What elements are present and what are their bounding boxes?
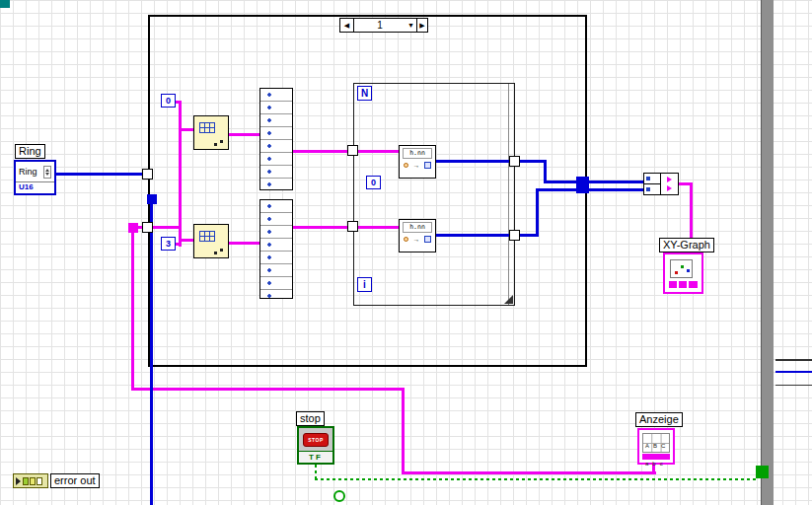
xy-graph-label[interactable]: XY-Graph <box>659 238 714 252</box>
number-dot-icon <box>404 163 408 168</box>
index-array-expanded-node[interactable] <box>259 88 293 190</box>
pink-wire-segment[interactable] <box>181 239 193 242</box>
pink-wire-segment[interactable] <box>131 388 405 391</box>
xy-graph-terminal[interactable] <box>663 252 703 294</box>
format-number-node[interactable]: h.nn → <box>399 219 436 252</box>
boolean-wire-segment[interactable] <box>315 478 759 480</box>
pink-wire-segment[interactable] <box>402 388 405 474</box>
error-out-terminal[interactable] <box>13 473 48 488</box>
tunnel[interactable] <box>142 222 153 233</box>
blue-wire-segment[interactable] <box>150 203 153 505</box>
array-square-icon <box>424 236 431 243</box>
tunnel[interactable] <box>509 230 520 241</box>
blue-wire-segment[interactable] <box>56 173 143 176</box>
pink-wire-segment[interactable] <box>181 128 193 131</box>
numeric-constant[interactable]: 3 <box>161 237 176 251</box>
string-type-strip <box>642 454 670 460</box>
offscreen-wire-fragment <box>775 371 812 373</box>
stop-button-icon: STOP <box>303 433 329 447</box>
blue-wire-segment[interactable] <box>436 234 509 237</box>
arrow-right-icon: → <box>413 236 420 243</box>
error-cluster-icon <box>23 477 42 485</box>
blue-wire-segment[interactable] <box>544 180 643 183</box>
pink-wire-segment[interactable] <box>153 226 181 229</box>
array-function-node[interactable] <box>193 115 229 150</box>
ring-text-row: Ring <box>16 162 54 182</box>
pink-wire-segment[interactable] <box>293 226 399 229</box>
array-square-icon <box>424 162 431 169</box>
ring-text: Ring <box>19 167 37 177</box>
pink-wire-segment[interactable] <box>402 471 656 474</box>
graph-dot-blue <box>687 269 690 272</box>
for-loop[interactable] <box>353 83 515 306</box>
tunnel[interactable] <box>142 169 153 180</box>
table-row-letters: ABC <box>643 443 669 449</box>
pink-wire-segment[interactable] <box>131 232 134 390</box>
wire-junction[interactable] <box>147 194 157 204</box>
ring-terminal[interactable]: Ring U16 <box>14 160 56 195</box>
offscreen-wire-fragment <box>775 359 812 361</box>
arrow-right-icon: → <box>413 162 420 169</box>
window-edge-scrollbar[interactable] <box>761 0 774 505</box>
tunnel[interactable] <box>576 177 589 193</box>
pink-wire-segment[interactable] <box>179 101 182 247</box>
numeric-constant[interactable]: 0 <box>366 176 381 189</box>
format-number-node[interactable]: h.nn → <box>399 145 436 179</box>
numeric-constant[interactable]: 0 <box>161 94 176 108</box>
case-selector[interactable]: ◀ 1 ▼ ▶ <box>339 18 428 33</box>
graph-axis-strip <box>669 281 698 288</box>
corner-fragment <box>0 0 10 8</box>
array-dots-icon <box>220 249 223 252</box>
boolean-wire-endpoint[interactable] <box>756 466 769 478</box>
pink-wire-segment[interactable] <box>229 133 259 136</box>
format-node-glyphs: → <box>403 236 432 243</box>
loop-count-terminal[interactable]: N <box>357 86 372 101</box>
wire-junction[interactable] <box>128 223 138 233</box>
pink-arrow-icon <box>667 185 672 191</box>
format-node-glyphs: → <box>403 162 432 169</box>
block-diagram-canvas: ◀ 1 ▼ ▶ N i 0 3 <box>0 0 812 505</box>
error-out-label[interactable]: error out <box>50 473 100 488</box>
bundle-output-icon <box>661 174 678 194</box>
error-arrow-icon <box>16 477 21 485</box>
index-array-expanded-node[interactable] <box>259 199 293 299</box>
boolean-type-text: TF <box>299 451 332 463</box>
bundle-input-cell <box>644 183 660 194</box>
stop-terminal[interactable]: STOP TF <box>297 426 334 465</box>
pink-wire-segment[interactable] <box>229 242 259 245</box>
array-function-node[interactable] <box>193 224 229 258</box>
for-loop-resize-handle[interactable] <box>504 295 513 304</box>
graph-dot-red <box>675 271 678 274</box>
loop-iteration-terminal[interactable]: i <box>357 277 372 292</box>
case-prev-button[interactable]: ◀ <box>340 19 354 32</box>
pink-wire-segment[interactable] <box>293 150 399 153</box>
mini-graph-icon <box>670 259 693 278</box>
format-string-text: h.nn <box>403 148 432 159</box>
blue-wire-segment[interactable] <box>536 190 539 237</box>
anzeige-label[interactable]: Anzeige <box>635 412 683 427</box>
green-circle-fragment <box>333 490 345 502</box>
bundle-node[interactable] <box>643 173 679 195</box>
case-next-button[interactable]: ▶ <box>416 19 427 32</box>
tunnel[interactable] <box>347 221 358 232</box>
anzeige-terminal[interactable]: ABC abc <box>637 428 675 465</box>
ring-label[interactable]: Ring <box>15 144 45 159</box>
bundle-inputs <box>644 174 661 194</box>
case-selector-value[interactable]: 1 <box>354 19 406 32</box>
stop-label[interactable]: stop <box>296 411 325 426</box>
pink-arrow-icon <box>667 177 672 182</box>
case-down-button[interactable]: ▼ <box>406 19 416 32</box>
tunnel[interactable] <box>509 156 520 167</box>
format-string-text: h.nn <box>403 222 432 233</box>
ring-spinner-icon <box>43 166 51 179</box>
blue-wire-segment[interactable] <box>536 188 643 191</box>
tunnel[interactable] <box>347 145 358 156</box>
blue-wire-segment[interactable] <box>520 160 547 163</box>
blue-wire-segment[interactable] <box>436 160 509 163</box>
graph-dot-green <box>681 265 684 268</box>
ring-type-row: U16 <box>16 182 54 193</box>
array-grid-icon <box>199 122 215 133</box>
ring-type-text: U16 <box>19 182 34 191</box>
bundle-input-cell <box>644 174 660 183</box>
array-grid-icon <box>199 231 215 242</box>
